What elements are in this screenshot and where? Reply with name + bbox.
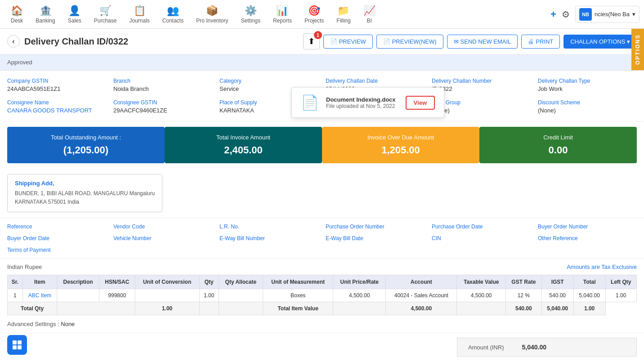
- company-gstin-field: Company GSTIN 24AABCA5951E1Z1: [7, 78, 106, 92]
- nav-right: + ⚙ NB ncies(Neo Ba ▾: [550, 6, 640, 23]
- po-date-label: Purchase Order Date: [432, 223, 531, 230]
- user-menu[interactable]: NB ncies(Neo Ba ▾: [575, 6, 640, 23]
- reports-icon: 📊: [276, 5, 288, 17]
- branch-field: Branch Noida Branch: [113, 78, 212, 92]
- col-account: Account: [386, 275, 457, 289]
- col-unit-measurement: Unit of Measurement: [263, 275, 333, 289]
- table-header-row: Sr. Item Description HSN/SAC Unit of Con…: [8, 275, 637, 289]
- sidebar-item-settings[interactable]: ⚙️ Settings: [235, 1, 267, 27]
- lr-no-label: L.R. No.: [219, 223, 318, 230]
- discount-scheme-field: Discount Scheme (None): [538, 99, 637, 114]
- other-reference-label: Other Reference: [538, 235, 637, 241]
- banking-icon: 🏦: [40, 5, 52, 17]
- sidebar-item-desk[interactable]: 🏠 Desk: [4, 1, 29, 27]
- shipping-address: BUNDER, 1, BIBI ALABI ROAD, MANGALURU Ma…: [15, 189, 155, 206]
- eway-bill-number-label: E-Way Bill Number: [219, 235, 318, 241]
- items-table-wrapper: Sr. Item Description HSN/SAC Unit of Con…: [0, 275, 644, 315]
- total-row: Total Qty 1.00 Total Item Value 4,500.00…: [8, 302, 637, 315]
- additional-fields: Reference Vendor Code L.R. No. Purchase …: [0, 218, 644, 259]
- svg-rect-2: [13, 345, 17, 349]
- credit-limit-title: Credit Limit: [488, 134, 628, 141]
- cell-description: [57, 289, 99, 302]
- total-total: 5,040.00: [541, 302, 573, 315]
- cell-unit-price: 4,500.00: [333, 289, 386, 302]
- send-email-button[interactable]: ✉ SEND NEW EMAIL: [447, 35, 518, 49]
- invoice-overdue-card: Invoice Over Due Amount 1,205.00: [322, 127, 479, 163]
- contacts-icon: 👥: [167, 5, 179, 17]
- col-hsn-sac: HSN/SAC: [99, 275, 135, 289]
- advanced-settings-value: None: [61, 321, 75, 327]
- grid-icon: [12, 340, 22, 350]
- consignee-gstin-field: Consignee GSTIN 29AACFC9460E1ZE: [113, 99, 212, 114]
- advanced-settings: Advanced Settings : None: [0, 315, 644, 333]
- total-invoice-title: Total Invoice Amount: [174, 134, 313, 141]
- document-popup: 📄 Document Indexing.docx File uploaded a…: [291, 87, 444, 118]
- cell-unit-measurement: Boxes: [263, 289, 333, 302]
- document-icon: 📄: [301, 94, 319, 111]
- sidebar-item-reports[interactable]: 📊 Reports: [267, 1, 298, 27]
- sidebar-item-contacts[interactable]: 👥 Contacts: [156, 1, 190, 27]
- credit-limit-card: Credit Limit 0.00: [479, 127, 637, 163]
- sidebar-item-banking[interactable]: 🏦 Banking: [29, 1, 61, 27]
- cell-igst: 540.00: [541, 289, 573, 302]
- total-qty-label: Total Qty: [8, 302, 57, 315]
- sidebar-item-bi[interactable]: 📈 BI: [357, 1, 382, 27]
- shipping-title[interactable]: Shipping Add,: [15, 180, 155, 187]
- col-unit-conversion: Unit of Conversion: [135, 275, 199, 289]
- cell-left-qty: 1.00: [605, 289, 636, 302]
- col-gst-rate: GST Rate: [506, 275, 542, 289]
- page-header: ‹ Delivery Challan ID/0322 ⬆ 1 📄 PREVIEW…: [0, 29, 644, 54]
- back-button[interactable]: ‹: [7, 35, 20, 48]
- items-table: Sr. Item Description HSN/SAC Unit of Con…: [7, 275, 637, 315]
- filling-icon: 📁: [337, 5, 349, 17]
- app-icon[interactable]: [7, 335, 27, 355]
- page-title-area: ‹ Delivery Challan ID/0322: [7, 35, 128, 48]
- upload-icon: ⬆: [308, 37, 315, 46]
- tax-exclusive-label[interactable]: Amounts are Tax Exclusive: [567, 264, 637, 270]
- reference-label: Reference: [7, 223, 106, 230]
- view-document-button[interactable]: View: [406, 96, 435, 110]
- sidebar-item-sales[interactable]: 👤 Sales: [62, 1, 88, 27]
- chevron-down-icon: ▾: [632, 11, 635, 18]
- currency-row: Indian Rupee Amounts are Tax Exclusive: [0, 259, 644, 275]
- sidebar-item-filling[interactable]: 📁 Filling: [330, 1, 357, 27]
- shipping-address-box: Shipping Add, BUNDER, 1, BIBI ALABI ROAD…: [7, 174, 162, 212]
- preview-new-icon: 📄: [383, 38, 390, 45]
- top-navigation: 🏠 Desk 🏦 Banking 👤 Sales 🛒 Purchase 📋 Jo…: [0, 0, 644, 29]
- po-number-label: Purchase Order Number: [326, 223, 425, 230]
- sidebar-item-purchase[interactable]: 🛒 Purchase: [88, 1, 123, 27]
- delivery-number-field: Delivery Challan Number ID/0322: [432, 78, 531, 92]
- cell-item[interactable]: ABC Item: [22, 289, 57, 302]
- add-button[interactable]: +: [550, 9, 556, 20]
- status-badge: Approved: [7, 59, 32, 66]
- advanced-settings-label: Advanced Settings :: [7, 321, 59, 327]
- total-outstanding-card: Total Outstanding Amount : (1,205.00): [7, 127, 165, 163]
- preview-new-button[interactable]: 📄 PREVIEW(NEW): [376, 35, 443, 49]
- projects-icon: 🎯: [308, 5, 320, 17]
- col-description: Description: [57, 275, 99, 289]
- upload-button[interactable]: ⬆ 1: [303, 33, 320, 49]
- print-button[interactable]: 🖨 PRINT: [521, 35, 560, 49]
- challan-options-button[interactable]: CHALLAN OPTIONS ▾: [564, 35, 637, 49]
- options-sidebar[interactable]: OPTIONS: [631, 29, 644, 70]
- sidebar-item-projects[interactable]: 🎯 Projects: [298, 1, 330, 27]
- col-taxable-value: Taxable Value: [457, 275, 506, 289]
- gear-icon[interactable]: ⚙: [562, 9, 570, 20]
- total-outstanding-value: (1,205.00): [16, 144, 156, 156]
- eway-bill-date-label: E-Way Bill Date: [326, 235, 425, 241]
- amount-value: 5,040.00: [522, 344, 546, 351]
- page-content: ‹ Delivery Challan ID/0322 ⬆ 1 📄 PREVIEW…: [0, 29, 644, 362]
- sidebar-item-journals[interactable]: 📋 Journals: [123, 1, 156, 27]
- invoice-overdue-title: Invoice Over Due Amount: [331, 134, 470, 141]
- amount-label: Amount (INR): [468, 344, 504, 351]
- email-icon: ✉: [454, 38, 459, 45]
- total-item-value-label: Total Item Value: [263, 302, 333, 315]
- sidebar-item-pro-inventory[interactable]: 📦 Pro Inventory: [190, 1, 234, 27]
- cell-qty-allocate: [219, 289, 263, 302]
- total-gst-empty: [457, 302, 506, 315]
- cell-gst-rate: 12 %: [506, 289, 542, 302]
- currency-label: Indian Rupee: [7, 264, 42, 270]
- preview-button[interactable]: 📄 PREVIEW: [323, 35, 373, 49]
- total-qty-value: 1.00: [135, 302, 199, 315]
- journals-icon: 📋: [134, 5, 146, 17]
